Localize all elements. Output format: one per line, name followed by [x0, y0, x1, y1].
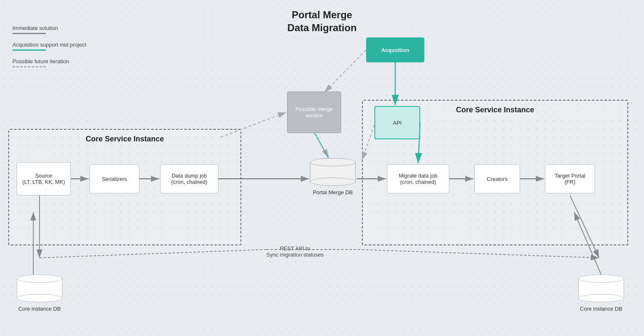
- svg-line-5: [324, 50, 366, 92]
- serializers-box: Serializers: [89, 164, 139, 193]
- core-instance-db-left: Core instance DB: [17, 274, 62, 312]
- legend-label-acquisition: Acquisition support mid project: [12, 42, 86, 48]
- target-portal-box: Target Portal (FR): [545, 164, 595, 193]
- core-instance-right-label: Core Service Instance: [456, 106, 534, 114]
- migrate-data-job-box: Migrate data job (cron, chained): [387, 164, 449, 193]
- possible-merge-box: Possible merge service: [287, 91, 341, 133]
- svg-line-20: [40, 250, 266, 258]
- portal-merge-db: Portal Merge DB: [310, 158, 356, 195]
- legend-item-future: Possible future iteration: [12, 58, 86, 67]
- legend-label-future: Possible future iteration: [12, 58, 86, 64]
- diagram-title: Portal Merge Data Migration: [287, 8, 357, 34]
- core-instance-left-label: Core Service Instance: [86, 135, 164, 143]
- legend: Immediate solution Acquisition support m…: [12, 25, 86, 67]
- diagram-container: { "title": { "line1": "Portal Merge", "l…: [0, 0, 644, 336]
- rest-api-label: REST API to Sync migration statuses: [266, 245, 324, 258]
- api-box: API: [374, 106, 420, 139]
- core-instance-db-right-label: Core instance DB: [580, 306, 622, 312]
- portal-merge-db-label: Portal Merge DB: [313, 189, 353, 195]
- core-instance-db-right: Core instance DB: [578, 274, 624, 312]
- core-instance-db-left-label: Core instance DB: [18, 306, 61, 312]
- creators-box: Creators: [474, 164, 520, 193]
- legend-item-acquisition: Acquisition support mid project: [12, 42, 86, 51]
- source-box: Source (LT, LTB, KK, MK): [17, 162, 71, 195]
- svg-line-6: [314, 133, 329, 157]
- legend-item-immediate: Immediate solution: [12, 25, 86, 34]
- legend-line-future: [12, 66, 46, 67]
- legend-line-acquisition: [12, 49, 46, 51]
- acqusition-box: Acqusition: [366, 37, 424, 62]
- data-dump-job-box: Data dump job (cron, chained): [160, 164, 218, 193]
- legend-line-immediate: [12, 33, 46, 34]
- legend-label-immediate: Immediate solution: [12, 25, 86, 31]
- svg-line-21: [358, 250, 599, 258]
